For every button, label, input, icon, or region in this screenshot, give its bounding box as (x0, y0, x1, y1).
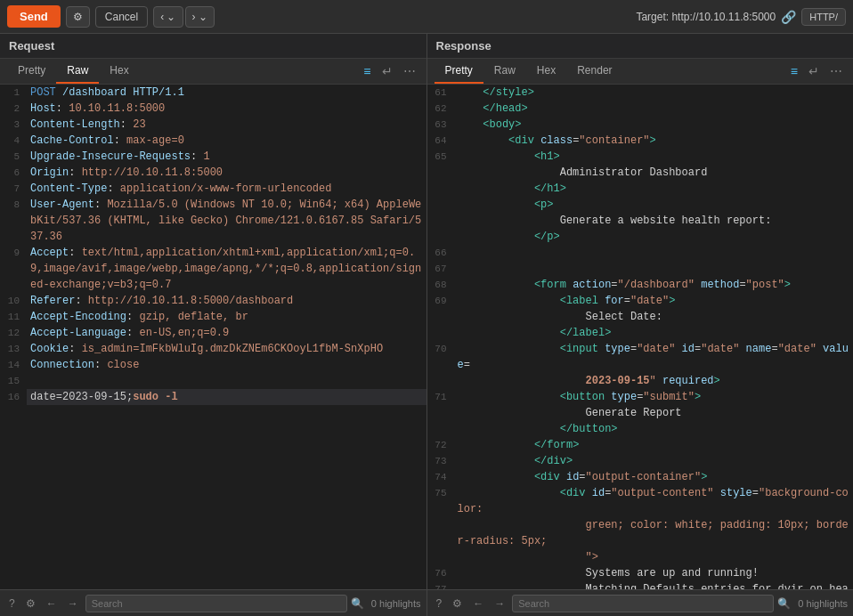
line-number: 7 (0, 181, 27, 197)
line-number (427, 165, 454, 181)
line-content: </button> (454, 421, 854, 437)
tab-hex-response[interactable]: Hex (526, 59, 566, 84)
search-input-left[interactable] (85, 595, 347, 612)
menu-icon-response[interactable]: ⋯ (826, 62, 846, 80)
line-number: 63 (427, 117, 454, 133)
line-number: 1 (0, 85, 27, 101)
line-content: </div> (454, 453, 854, 469)
wrap-icon-response[interactable]: ↵ (805, 62, 823, 80)
tab-raw-request[interactable]: Raw (56, 59, 99, 84)
link-icon: 🔗 (781, 10, 796, 24)
line-content: <div id="output-container"> (454, 469, 854, 485)
tab-pretty-request[interactable]: Pretty (7, 59, 56, 84)
line-number: 13 (0, 341, 27, 357)
response-line: 75 <div id="output-content" style="backg… (427, 485, 854, 517)
bottom-right-forward-icon[interactable]: → (491, 596, 508, 611)
response-line: 68 <form action="/dashboard" method="pos… (427, 277, 854, 293)
line-content: <h1> (454, 149, 854, 165)
line-number: 16 (0, 389, 27, 405)
request-line-6: 6Origin: http://10.10.11.8:5000 (0, 165, 426, 181)
response-line: </label> (427, 325, 854, 341)
response-line: Generate a website health report: (427, 213, 854, 229)
response-line: 62 </head> (427, 101, 854, 117)
request-line-9: 9Accept: text/html,application/xhtml+xml… (0, 245, 426, 293)
request-line-15: 15 (0, 373, 426, 389)
target-label: Target: http://10.10.11.8:5000 (636, 11, 776, 23)
line-content: User-Agent: Mozilla/5.0 (Windows NT 10.0… (27, 197, 426, 245)
line-number (427, 181, 454, 197)
line-content: <body> (454, 117, 854, 133)
request-line-11: 11Accept-Encoding: gzip, deflate, br (0, 309, 426, 325)
line-content: </form> (454, 437, 854, 453)
line-content: Connection: close (27, 357, 426, 373)
response-line: </h1> (427, 181, 854, 197)
request-code-area[interactable]: 1POST /dashboard HTTP/1.12Host: 10.10.11… (0, 85, 426, 589)
wrap-icon-request[interactable]: ↵ (378, 62, 396, 80)
line-content: Systems are up and running! (454, 565, 854, 581)
search-submit-right[interactable]: 🔍 (777, 597, 791, 610)
response-line: Administrator Dashboard (427, 165, 854, 181)
settings-button[interactable]: ⚙ (66, 6, 90, 28)
response-line: Generate Report (427, 405, 854, 421)
request-line-10: 10Referer: http://10.10.11.8:5000/dashbo… (0, 293, 426, 309)
response-line: 2023-09-15" required> (427, 373, 854, 389)
request-line-12: 12Accept-Language: en-US,en;q=0.9 (0, 325, 426, 341)
line-content: </p> (454, 229, 854, 245)
response-line: green; color: white; padding: 10px; bord… (427, 517, 854, 549)
line-number: 9 (0, 245, 27, 293)
response-line: 61 </style> (427, 85, 854, 101)
target-info: Target: http://10.10.11.8:5000 🔗 HTTP/ (636, 8, 846, 26)
response-code-area[interactable]: 61 </style>62 </head>63 <body>64 <div cl… (427, 85, 854, 589)
line-content: Generate a website health report: (454, 213, 854, 229)
line-number: 61 (427, 85, 454, 101)
bottom-left-settings-icon[interactable]: ⚙ (22, 596, 39, 611)
response-panel-title: Response (427, 34, 854, 59)
search-submit-left[interactable]: 🔍 (351, 597, 364, 610)
tab-render-response[interactable]: Render (566, 59, 622, 84)
line-content: </label> (454, 325, 854, 341)
bottom-right-help-icon[interactable]: ? (433, 596, 446, 611)
request-tabs: Pretty Raw Hex ≡ ↵ ⋯ (0, 59, 426, 85)
highlights-badge-left: 0 highlights (371, 598, 421, 609)
response-line: 64 <div class="container"> (427, 133, 854, 149)
tab-hex-request[interactable]: Hex (99, 59, 139, 84)
format-icon-request[interactable]: ≡ (360, 62, 374, 80)
cancel-button[interactable]: Cancel (95, 6, 148, 28)
line-number: 12 (0, 325, 27, 341)
response-line: 67 (427, 261, 854, 277)
request-line-14: 14Connection: close (0, 357, 426, 373)
bottom-right-settings-icon[interactable]: ⚙ (449, 596, 466, 611)
line-content: <form action="/dashboard" method="post"> (454, 277, 854, 293)
line-content: Origin: http://10.10.11.8:5000 (27, 165, 426, 181)
bottom-left-forward-icon[interactable]: → (64, 596, 82, 611)
search-input-right[interactable] (512, 595, 774, 612)
response-line: 65 <h1> (427, 149, 854, 165)
send-button[interactable]: Send (7, 5, 61, 28)
line-content: <input type="date" id="date" name="date"… (454, 341, 854, 373)
line-number: 70 (427, 341, 454, 373)
nav-back-button[interactable]: ‹ ⌄ (153, 6, 183, 28)
response-panel: Response Pretty Raw Hex Render ≡ ↵ ⋯ 61 … (427, 34, 854, 589)
line-content: <button type="submit"> (454, 389, 854, 405)
line-number (427, 549, 454, 565)
bottom-right-back-icon[interactable]: ← (469, 596, 487, 611)
response-line: <p> (427, 197, 854, 213)
response-line: Select Date: (427, 309, 854, 325)
nav-forward-button[interactable]: › ⌄ (185, 6, 215, 28)
request-line-1: 1POST /dashboard HTTP/1.1 (0, 85, 426, 101)
line-content: Generate Report (454, 405, 854, 421)
line-content: <div id="output-content" style="backgrou… (454, 485, 854, 517)
line-content: </head> (454, 101, 854, 117)
bottom-left-help-icon[interactable]: ? (5, 596, 19, 611)
menu-icon-request[interactable]: ⋯ (400, 62, 419, 80)
tab-pretty-response[interactable]: Pretty (435, 59, 483, 84)
format-icon-response[interactable]: ≡ (787, 62, 801, 80)
tab-raw-response[interactable]: Raw (483, 59, 526, 84)
line-number: 65 (427, 149, 454, 165)
line-number: 67 (427, 261, 454, 277)
bottom-left-back-icon[interactable]: ← (43, 596, 61, 611)
bottom-left-panel: ? ⚙ ← → 🔍 0 highlights (0, 590, 427, 616)
line-number (427, 213, 454, 229)
line-number: 10 (0, 293, 27, 309)
line-content: <label for="date"> (454, 293, 854, 309)
